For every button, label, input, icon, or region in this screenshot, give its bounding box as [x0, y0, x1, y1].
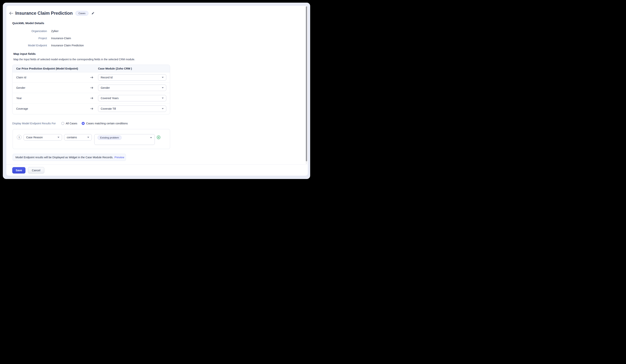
- save-button[interactable]: Save: [12, 167, 25, 174]
- project-value: Insurance-Claim: [51, 37, 84, 40]
- source-field-label: Coverage: [16, 104, 28, 114]
- cancel-button[interactable]: Cancel: [28, 167, 44, 174]
- condition-builder: 1 Case Reason contains Existing problem: [13, 129, 170, 149]
- radio-unselected-icon[interactable]: [61, 122, 64, 125]
- model-details-heading: QuickML Model Details: [12, 22, 44, 25]
- map-arrow-icon: [90, 86, 93, 89]
- detail-row-project: Project Insurance-Claim: [12, 35, 84, 42]
- condition-index-badge: 1: [17, 135, 22, 140]
- value-chip[interactable]: Existing problem: [97, 136, 122, 140]
- field-mapping-table: Car Price Prediction Endpoint (Model End…: [12, 65, 170, 114]
- source-field-label: Claim Id: [16, 72, 26, 82]
- display-results-row: Display Model Endpoint Results For All C…: [12, 122, 132, 125]
- edit-pencil-icon[interactable]: [91, 12, 94, 15]
- target-field-dropdown[interactable]: Coverate Till: [98, 106, 166, 112]
- caret-down-icon: [162, 77, 164, 78]
- caret-down-icon: [58, 137, 59, 138]
- condition-value-multiselect[interactable]: Existing problem: [94, 134, 155, 145]
- table-row: Claim Id Record Id: [12, 72, 170, 83]
- map-arrow-icon: [90, 76, 93, 79]
- module-badge: Cases: [76, 11, 88, 16]
- add-condition-icon[interactable]: [157, 136, 160, 139]
- table-row: Gender Gender: [12, 83, 170, 93]
- table-row: Year Covered Years: [12, 93, 170, 104]
- target-field-value: Coverate Till: [101, 107, 116, 110]
- back-arrow-icon[interactable]: [9, 12, 13, 15]
- target-field-value: Record Id: [101, 76, 113, 79]
- table-row: Coverage Coverate Till: [12, 104, 170, 114]
- organization-value: Zylker: [51, 30, 84, 33]
- source-field-label: Gender: [16, 83, 25, 93]
- radio-selected-icon[interactable]: [82, 122, 85, 125]
- model-details-list: Organization Zylker Project Insurance-Cl…: [12, 28, 84, 49]
- target-field-dropdown[interactable]: Covered Years: [98, 95, 166, 101]
- column-header-crm-module: Case Module (Zoho CRM ): [98, 65, 132, 72]
- condition-field-dropdown[interactable]: Case Reason: [24, 134, 62, 141]
- organization-label: Organization: [12, 30, 47, 33]
- caret-down-icon: [162, 87, 164, 88]
- display-results-label: Display Model Endpoint Results For: [12, 122, 56, 125]
- detail-row-model-endpoint: Model Endpoint Insurance Claim Predictio…: [12, 42, 84, 49]
- model-endpoint-value: Insurance Claim Prediction: [51, 44, 84, 47]
- map-input-fields-description: Map the Input fields of selected model e…: [13, 58, 135, 61]
- map-arrow-icon: [90, 97, 93, 100]
- table-header-row: Car Price Prediction Endpoint (Model End…: [12, 65, 170, 72]
- model-endpoint-label: Model Endpoint: [12, 44, 47, 47]
- map-arrow-icon: [90, 108, 93, 110]
- caret-down-icon: [87, 137, 89, 138]
- project-label: Project: [12, 37, 47, 40]
- target-field-value: Gender: [101, 86, 110, 89]
- widget-info-text: Model Endpoint results will be Displayed…: [15, 156, 113, 159]
- target-field-value: Covered Years: [101, 97, 118, 100]
- page-header: Insurance Claim Prediction Cases: [9, 10, 94, 16]
- caret-down-icon: [150, 137, 152, 138]
- app-panel: Insurance Claim Prediction Cases QuickML…: [3, 3, 310, 179]
- target-field-dropdown[interactable]: Gender: [98, 85, 166, 91]
- condition-operator-dropdown[interactable]: contains: [64, 134, 92, 141]
- widget-info-box: Model Endpoint results will be Displayed…: [13, 154, 126, 161]
- radio-option-all-cases[interactable]: All Cases: [61, 122, 77, 125]
- radio-option-conditions[interactable]: Cases matching certain conditions: [82, 122, 128, 125]
- caret-down-icon: [162, 98, 164, 99]
- scrollbar-track[interactable]: [306, 6, 307, 164]
- detail-row-organization: Organization Zylker: [12, 28, 84, 35]
- page-title: Insurance Claim Prediction: [15, 10, 73, 16]
- config-card: Insurance Claim Prediction Cases QuickML…: [6, 5, 308, 176]
- screen: Insurance Claim Prediction Cases QuickML…: [0, 0, 313, 182]
- preview-link[interactable]: Preview: [115, 156, 124, 159]
- map-input-fields-heading: Map input fields: [13, 52, 36, 56]
- column-header-model-endpoint: Car Price Prediction Endpoint (Model End…: [16, 65, 78, 72]
- source-field-label: Year: [16, 93, 22, 103]
- scrollbar-thumb[interactable]: [306, 6, 307, 161]
- target-field-dropdown[interactable]: Record Id: [98, 74, 166, 81]
- caret-down-icon: [162, 108, 164, 109]
